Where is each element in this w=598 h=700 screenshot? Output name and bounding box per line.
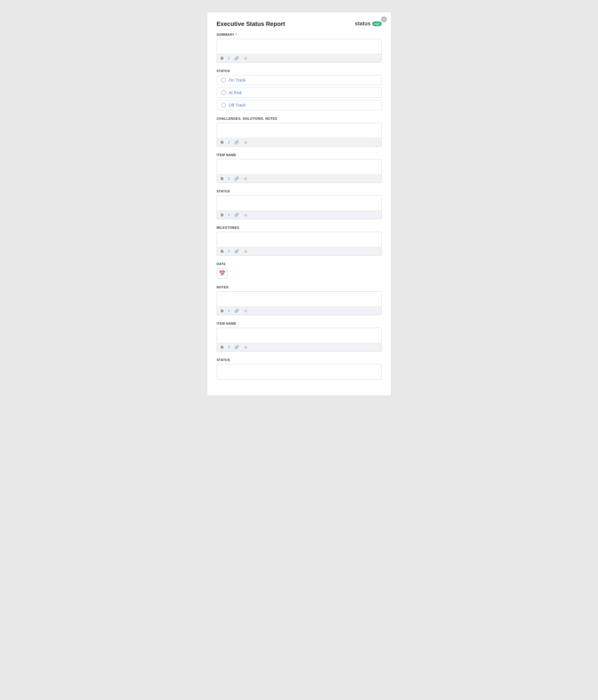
status-text-1-label: STATUS [217,190,382,193]
status-text-1-italic-button[interactable]: I [227,212,230,218]
summary-input[interactable] [217,39,381,53]
radio-on-track-label: On Track [229,78,246,82]
modal-container: Executive Status Report status net × SUM… [207,12,391,396]
radio-on-track[interactable] [221,78,226,82]
item-name-1-toolbar: B I 🔗 ☺ [217,174,381,182]
item-name-1-emoji-button[interactable]: ☺ [243,176,249,181]
link-icon: 🔗 [234,345,239,349]
challenges-section: CHALLENGES, SOLUTIONS, NOTES B I 🔗 ☺ [217,117,382,147]
challenges-toolbar: B I 🔗 ☺ [217,138,381,146]
date-label: DATE [217,262,382,266]
item-name-2-italic-button[interactable]: I [227,345,230,350]
modal-title: Executive Status Report [217,21,285,27]
status-text-2-input[interactable] [217,364,381,378]
brand-text: status [355,21,371,27]
summary-toolbar: B I 🔗 ☺ [217,54,381,62]
emoji-icon: ☺ [244,345,248,349]
milestones-section: MILESTONES B I 🔗 ☺ [217,226,382,256]
item-name-2-toolbar: B I 🔗 ☺ [217,343,381,351]
status-radio-section: STATUS On Track At Risk Off Track [217,69,382,110]
status-text-1-link-button[interactable]: 🔗 [233,212,240,218]
date-picker-button[interactable]: 📅 [217,268,227,279]
status-text-1-toolbar: B I 🔗 ☺ [217,210,381,219]
brand-logo: status net [355,21,382,27]
item-name-2-emoji-button[interactable]: ☺ [243,345,249,350]
radio-off-track[interactable] [221,103,226,107]
calendar-icon: 📅 [219,270,225,277]
brand-badge: net [372,21,382,26]
summary-label: SUMMARY* [217,33,382,36]
link-icon: 🔗 [234,176,239,181]
milestones-input[interactable] [217,232,381,246]
item-name-2-bold-button[interactable]: B [220,345,225,350]
emoji-icon: ☺ [244,176,248,181]
date-section: DATE 📅 [217,262,382,279]
status-text-2-label: STATUS [217,358,382,361]
challenges-bold-button[interactable]: B [220,140,225,145]
status-text-1-section: STATUS B I 🔗 ☺ [217,190,382,219]
item-name-1-section: ITEM NAME B I 🔗 ☺ [217,153,382,183]
modal-header: Executive Status Report status net [217,21,382,27]
radio-option-on-track[interactable]: On Track [217,75,382,85]
status-radio-label: STATUS [217,69,382,73]
item-name-1-link-button[interactable]: 🔗 [233,176,240,181]
radio-at-risk[interactable] [221,90,226,95]
item-name-2-label: ITEM NAME [217,322,382,325]
radio-option-off-track[interactable]: Off Track [217,100,382,110]
milestones-bold-button[interactable]: B [220,249,225,254]
status-text-1-bold-button[interactable]: B [220,212,225,218]
notes-editor: B I 🔗 ☺ [217,291,382,315]
link-icon: 🔗 [234,213,239,217]
milestones-link-button[interactable]: 🔗 [233,249,240,254]
notes-section: NOTES B I 🔗 ☺ [217,285,382,315]
notes-input[interactable] [217,292,381,305]
link-icon: 🔗 [234,140,239,145]
item-name-2-section: ITEM NAME B I 🔗 ☺ [217,322,382,351]
link-icon: 🔗 [234,56,239,60]
radio-off-track-label: Off Track [229,103,246,107]
challenges-link-button[interactable]: 🔗 [233,140,240,145]
status-text-2-editor [217,364,382,379]
status-text-1-editor: B I 🔗 ☺ [217,195,382,219]
emoji-icon: ☺ [244,56,248,60]
summary-italic-button[interactable]: I [227,56,230,61]
status-text-2-section: STATUS [217,358,382,379]
summary-emoji-button[interactable]: ☺ [243,56,249,61]
notes-bold-button[interactable]: B [220,308,225,314]
link-icon: 🔗 [234,308,239,313]
item-name-2-link-button[interactable]: 🔗 [233,345,240,350]
challenges-label: CHALLENGES, SOLUTIONS, NOTES [217,117,382,120]
close-button[interactable]: × [381,16,387,22]
status-text-1-input[interactable] [217,196,381,209]
notes-emoji-button[interactable]: ☺ [243,308,249,314]
challenges-italic-button[interactable]: I [227,140,230,145]
summary-link-button[interactable]: 🔗 [233,56,240,61]
item-name-1-label: ITEM NAME [217,153,382,157]
notes-italic-button[interactable]: I [227,308,230,314]
challenges-editor: B I 🔗 ☺ [217,123,382,147]
milestones-italic-button[interactable]: I [227,249,230,254]
summary-editor: B I 🔗 ☺ [217,39,382,62]
summary-bold-button[interactable]: B [220,56,225,61]
milestones-editor: B I 🔗 ☺ [217,232,382,256]
radio-at-risk-label: At Risk [229,90,242,95]
item-name-1-editor: B I 🔗 ☺ [217,159,382,183]
item-name-1-bold-button[interactable]: B [220,176,225,181]
item-name-1-input[interactable] [217,159,381,173]
milestones-label: MILESTONES [217,226,382,229]
status-text-1-emoji-button[interactable]: ☺ [243,212,249,218]
radio-option-at-risk[interactable]: At Risk [217,88,382,98]
emoji-icon: ☺ [244,140,248,145]
challenges-input[interactable] [217,123,381,137]
emoji-icon: ☺ [244,213,248,217]
milestones-toolbar: B I 🔗 ☺ [217,247,381,255]
item-name-2-input[interactable] [217,328,381,342]
challenges-emoji-button[interactable]: ☺ [243,140,249,145]
milestones-emoji-button[interactable]: ☺ [243,249,249,254]
item-name-1-italic-button[interactable]: I [227,176,230,181]
status-radio-group: On Track At Risk Off Track [217,75,382,110]
notes-toolbar: B I 🔗 ☺ [217,306,381,315]
link-icon: 🔗 [234,249,239,253]
emoji-icon: ☺ [244,308,248,313]
notes-link-button[interactable]: 🔗 [233,308,240,314]
